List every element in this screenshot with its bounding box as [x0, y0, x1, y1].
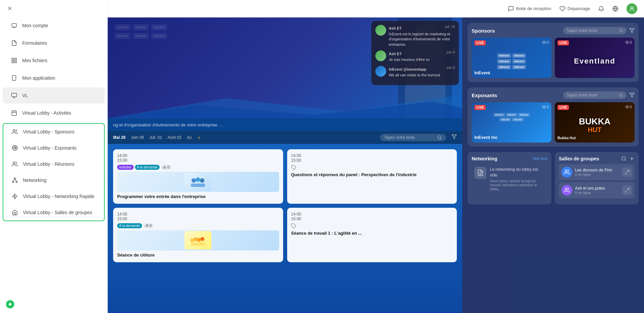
plus-icon[interactable] [629, 156, 635, 161]
exposant-name: Bukka Hut [557, 136, 576, 140]
live-badge: LIVE [557, 105, 569, 110]
sidebar-item-label: Networking [23, 178, 46, 183]
calendar-icon [11, 110, 18, 116]
depannage-button[interactable]: Dépannage [560, 6, 590, 12]
exposant-name: InEvent Inc [474, 135, 498, 140]
decoration-svg [108, 91, 462, 118]
salles-title: Salles de groupes [559, 156, 599, 161]
user-avatar[interactable] [626, 3, 637, 14]
timeline-date-0[interactable]: Mai 28 [113, 135, 126, 140]
enter-icon [625, 188, 630, 193]
price-tag-icon [291, 165, 297, 170]
timeline-date-2[interactable]: Juil. 01 [149, 135, 162, 140]
room-info: Ash et ses potes 0 en ligne [575, 186, 605, 195]
timeline-search-input[interactable] [384, 135, 435, 140]
globe-button[interactable] [612, 6, 618, 12]
exposant-card-inevent-inc[interactable]: LIVE 0 InEvent InEvent InEvent [472, 102, 551, 143]
banner-text: ng et d'organisation d'événements de vot… [113, 122, 223, 127]
session-time: 14:0015:00 [117, 212, 279, 221]
timeline-date-3[interactable]: Août 03 [167, 135, 181, 140]
chat-message: InEvent @ineventapp juin 8 We all can re… [375, 66, 455, 78]
room-action-button[interactable] [622, 186, 632, 195]
sidebar-item-vl-activites[interactable]: Virtual Lobby - Activités [3, 105, 105, 121]
session-card[interactable]: 14:0015:00 Questions et réponses du pane… [287, 149, 457, 204]
notification-button[interactable] [598, 6, 604, 12]
sponsor-card-inevent[interactable]: LIVE 0 InEvent InEvent [472, 38, 551, 78]
timeline-search-box[interactable] [380, 134, 446, 141]
salles-icon [11, 209, 18, 216]
exposants-header: Exposants [472, 91, 635, 99]
svg-point-65 [565, 170, 567, 172]
salles-room-row[interactable]: Ash et ses potes 0 en ligne [559, 182, 635, 198]
chat-bubble: Ash ET juin 8 Je suis heureux d'être ici [389, 50, 455, 62]
svg-rect-10 [12, 93, 17, 97]
sidebar-item-vl[interactable]: VL [3, 87, 105, 104]
svg-marker-56 [630, 93, 634, 97]
session-card[interactable]: 14:0015:00 À la demande 0 [113, 208, 283, 262]
sidebar-item-mon-application[interactable]: Mon application [3, 70, 105, 86]
chat-bubble: Ash ET juil. 14 InEvent est le logiciel … [389, 25, 455, 47]
chat-text: We all can relate to the burnout [389, 73, 455, 78]
svg-line-24 [15, 179, 16, 181]
svg-point-19 [13, 162, 15, 164]
sidebar-item-networking[interactable]: Networking [3, 172, 104, 188]
exposants-icon [11, 145, 18, 151]
filter-icon[interactable] [451, 134, 457, 141]
sidebar-item-mon-compte[interactable]: Mon compte [3, 17, 105, 34]
sidebar-item-label: Mon application [22, 75, 55, 81]
enter-icon [625, 170, 630, 174]
boite-reception-button[interactable]: Boite de réception [508, 6, 551, 12]
exposants-search-box[interactable] [563, 91, 626, 99]
content-area: InEvent InEvent InEvent InEvent InEvent … [108, 17, 644, 313]
salles-room-row[interactable]: Les discours de Finn 0 en ligne [559, 164, 635, 180]
voir-tout-button[interactable]: Voir tout [533, 156, 547, 161]
sidebar-item-vl-sponsors[interactable]: Virtual Lobby - Sponsors [3, 124, 104, 140]
sidebar-item-vl-networking-rapide[interactable]: Virtual Lobby - Networking Rapide [3, 188, 104, 204]
timeline-date-4[interactable]: Ao [187, 135, 192, 140]
timeline-prev[interactable]: ◀ [197, 135, 200, 140]
watermark-logos: InEvent InEvent InEvent InEvent InEvent … [114, 24, 167, 39]
sponsor-card-eventland[interactable]: LIVE 0 Eventland [555, 38, 635, 78]
sponsor-stats: 0 [625, 105, 632, 109]
grid-icon [11, 57, 18, 64]
sponsor-name: InEvent [474, 70, 490, 75]
svg-point-44 [194, 237, 198, 241]
phone-icon [11, 75, 18, 81]
svg-marker-35 [452, 135, 456, 139]
sidebar-item-formulaires[interactable]: Formulaires [3, 35, 105, 51]
sidebar-item-vl-salles[interactable]: Virtual Lobby - Salles de groupes [3, 204, 104, 221]
session-card[interactable]: 14:0015:00 Séance de travail 1 : L'agili… [287, 208, 457, 262]
filter-icon[interactable] [629, 92, 635, 98]
room-avatar [562, 167, 572, 178]
sponsors-search-box[interactable] [563, 27, 626, 34]
sponsor-stats: 0 [542, 40, 549, 44]
session-people-icon [190, 175, 206, 189]
reunions-icon [11, 161, 18, 167]
sidebar-item-vl-reunions[interactable]: Virtual Lobby - Réunions [3, 156, 104, 172]
search-icon[interactable] [621, 156, 626, 161]
exposant-card-bukka-hut[interactable]: LIVE 0 BUKKA HUT Bukka Hut [555, 102, 635, 143]
svg-point-66 [565, 188, 567, 190]
session-card[interactable]: 14:0015:00 Indisible À la demande 0 [113, 149, 283, 204]
timeline-date-1[interactable]: Juin 09 [131, 135, 144, 140]
sidebar-item-vl-exposants[interactable]: Virtual Lobby - Exposants [3, 140, 104, 156]
topbar: Boite de réception Dépannage [108, 0, 644, 17]
sponsors-search-input[interactable] [567, 28, 617, 33]
chat-bubble: InEvent @ineventapp juin 8 We all can re… [389, 66, 455, 78]
filter-icon[interactable] [629, 28, 635, 33]
view-icon-stat: 0 [625, 40, 632, 44]
close-button[interactable] [0, 0, 107, 17]
file-icon [11, 40, 18, 46]
networking-empty-title: Le networking du lobby est vide. [490, 167, 545, 178]
svg-rect-4 [12, 58, 13, 60]
room-action-button[interactable] [622, 167, 632, 177]
sidebar-item-label: Mon compte [22, 23, 48, 28]
sponsor-stats: 0 [625, 40, 632, 44]
exposants-search-input[interactable] [567, 93, 617, 97]
eventland-logo: Eventland [574, 38, 615, 78]
sidebar-item-mes-fichiers[interactable]: Mes fichiers [3, 52, 105, 69]
svg-point-49 [620, 29, 622, 32]
sidebar-item-label: Formulaires [22, 40, 47, 46]
search-icon [619, 29, 623, 33]
chat-avatar [375, 66, 386, 77]
